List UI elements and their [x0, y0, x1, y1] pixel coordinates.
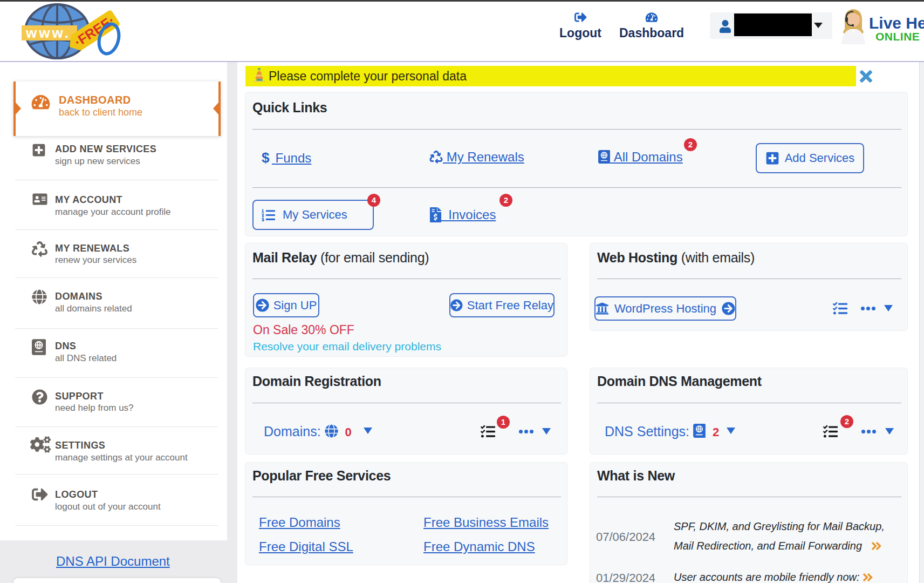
- svg-text:www.: www.: [25, 25, 71, 41]
